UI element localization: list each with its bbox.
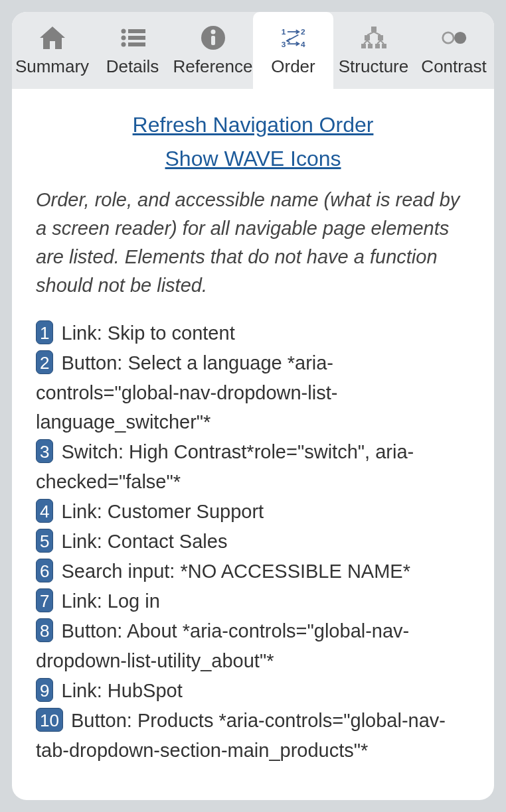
- svg-line-26: [367, 40, 371, 44]
- order-text: Switch: High Contrast*role="switch", ari…: [36, 441, 414, 492]
- contrast-icon: [441, 25, 467, 51]
- refresh-navigation-order-link[interactable]: Refresh Navigation Order: [133, 113, 374, 137]
- order-number-badge: 6: [36, 559, 53, 582]
- list-item: 6 Search input: *NO ACCESSIBLE NAME*: [36, 557, 470, 586]
- order-text: Button: Select a language *aria-controls…: [36, 352, 337, 433]
- svg-text:2: 2: [300, 27, 305, 36]
- svg-line-28: [380, 40, 384, 44]
- order-text: Link: Customer Support: [62, 501, 264, 522]
- tab-label: Contrast: [421, 56, 486, 77]
- list-item: 9 Link: HubSpot: [36, 676, 470, 706]
- order-number-badge: 7: [36, 588, 53, 612]
- svg-line-27: [377, 40, 380, 44]
- order-number-badge: 8: [36, 618, 53, 642]
- svg-rect-1: [128, 29, 145, 33]
- svg-point-4: [121, 42, 126, 46]
- tab-label: Summary: [15, 56, 89, 77]
- list-item: 8 Button: About *aria-controls="global-n…: [36, 616, 470, 676]
- list-item: 10 Button: Products *aria-controls="glob…: [36, 706, 470, 766]
- order-number-badge: 10: [36, 708, 63, 732]
- order-text: Link: Skip to content: [62, 322, 235, 344]
- tab-contrast[interactable]: Contrast: [414, 12, 494, 89]
- tab-structure[interactable]: Structure: [333, 12, 414, 89]
- order-number-badge: 5: [36, 529, 53, 553]
- order-number-badge: 2: [36, 350, 53, 374]
- order-number-badge: 1: [36, 320, 53, 344]
- svg-point-8: [211, 29, 215, 34]
- home-icon: [39, 25, 66, 51]
- info-icon: [200, 25, 226, 51]
- svg-rect-22: [382, 44, 386, 48]
- tab-label: Structure: [339, 56, 409, 77]
- list-icon: [120, 25, 146, 51]
- list-item: 4 Link: Customer Support: [36, 497, 470, 527]
- svg-text:4: 4: [300, 39, 305, 48]
- svg-line-24: [374, 32, 380, 35]
- svg-rect-5: [128, 42, 145, 46]
- navigation-order-list: 1 Link: Skip to content 2 Button: Select…: [36, 318, 470, 766]
- svg-point-2: [121, 35, 126, 40]
- svg-rect-18: [378, 35, 383, 40]
- order-description: Order, role, and accessible name (what i…: [36, 186, 470, 300]
- list-item: 3 Switch: High Contrast*role="switch", a…: [36, 437, 470, 497]
- svg-rect-7: [211, 36, 215, 45]
- svg-rect-21: [375, 44, 380, 48]
- svg-line-25: [364, 40, 367, 44]
- tab-label: Order: [271, 56, 315, 77]
- order-text: Button: Products *aria-controls="global-…: [36, 710, 446, 761]
- list-item: 2 Button: Select a language *aria-contro…: [36, 348, 470, 438]
- order-number-badge: 4: [36, 499, 53, 523]
- tab-content: Refresh Navigation Order Show WAVE Icons…: [12, 89, 494, 800]
- order-text: Link: Contact Sales: [62, 531, 228, 552]
- svg-text:1: 1: [281, 27, 286, 36]
- svg-rect-19: [361, 44, 366, 48]
- order-number-badge: 9: [36, 678, 53, 702]
- tab-summary[interactable]: Summary: [12, 12, 92, 89]
- svg-rect-17: [365, 35, 370, 40]
- tab-reference[interactable]: Reference: [173, 12, 253, 89]
- svg-rect-20: [368, 44, 373, 48]
- order-text: Link: HubSpot: [62, 680, 183, 701]
- structure-icon: [361, 25, 387, 51]
- svg-point-30: [454, 31, 466, 43]
- tab-order[interactable]: 1 2 3 4 Order: [253, 12, 333, 89]
- list-item: 7 Link: Log in: [36, 586, 470, 616]
- wave-panel: Summary Details: [12, 12, 494, 800]
- svg-rect-16: [371, 27, 377, 32]
- tab-bar: Summary Details: [12, 12, 494, 89]
- svg-point-0: [121, 29, 126, 33]
- tab-label: Reference: [173, 56, 253, 77]
- svg-rect-3: [128, 36, 145, 40]
- svg-point-29: [442, 32, 453, 42]
- tab-label: Details: [106, 56, 159, 77]
- order-number-badge: 3: [36, 439, 53, 463]
- show-wave-icons-link[interactable]: Show WAVE Icons: [165, 147, 341, 170]
- list-item: 1 Link: Skip to content: [36, 318, 470, 348]
- order-text: Button: About *aria-controls="global-nav…: [36, 620, 409, 671]
- order-text: Search input: *NO ACCESSIBLE NAME*: [62, 561, 410, 582]
- list-item: 5 Link: Contact Sales: [36, 527, 470, 557]
- svg-line-23: [367, 32, 374, 35]
- order-icon: 1 2 3 4: [280, 25, 307, 51]
- order-text: Link: Log in: [62, 590, 160, 612]
- tab-details[interactable]: Details: [92, 12, 173, 89]
- svg-text:3: 3: [281, 39, 286, 48]
